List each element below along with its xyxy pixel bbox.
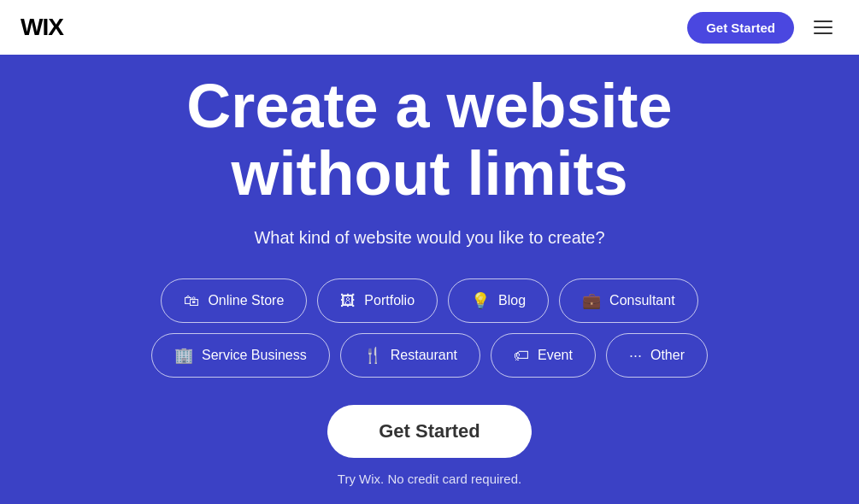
online-store-label: Online Store [208,293,284,308]
category-btn-blog[interactable]: 💡Blog [448,278,549,323]
online-store-icon: 🛍 [184,292,199,310]
portfolio-label: Portfolio [364,293,415,308]
hamburger-menu-icon[interactable] [808,12,838,43]
category-row-2: 🏢Service Business🍴Restaurant🏷Event···Oth… [151,333,708,378]
wix-logo: WIX [21,14,63,41]
no-credit-card-text: Try Wix. No credit card required. [338,472,521,486]
event-label: Event [538,348,573,363]
event-icon: 🏷 [514,347,529,365]
category-btn-consultant[interactable]: 💼Consultant [559,278,698,323]
category-btn-restaurant[interactable]: 🍴Restaurant [340,333,480,378]
category-grid: 🛍Online Store🖼Portfolio💡Blog💼Consultant … [151,278,708,378]
other-icon: ··· [629,347,642,365]
category-row-1: 🛍Online Store🖼Portfolio💡Blog💼Consultant [161,278,697,323]
restaurant-label: Restaurant [391,348,457,363]
consultant-label: Consultant [609,293,675,308]
hero-title-line1: Create a website [186,72,672,140]
category-btn-online-store[interactable]: 🛍Online Store [161,278,307,323]
restaurant-icon: 🍴 [363,346,382,365]
blog-icon: 💡 [471,291,490,310]
portfolio-icon: 🖼 [340,292,356,310]
header: WIX Get Started [0,0,859,55]
menu-line-2 [814,26,833,28]
service-business-icon: 🏢 [174,346,193,365]
hero-title-line2: without limits [232,139,628,208]
category-btn-service-business[interactable]: 🏢Service Business [151,333,330,378]
hero-title: Create a website without limits [186,73,672,208]
hero-section: Created with Wix Create a website withou… [0,55,859,504]
main-get-started-button[interactable]: Get Started [327,405,532,458]
menu-line-3 [814,32,833,34]
header-get-started-button[interactable]: Get Started [687,12,794,44]
service-business-label: Service Business [202,348,307,363]
header-actions: Get Started [687,12,838,44]
category-btn-portfolio[interactable]: 🖼Portfolio [317,278,438,323]
blog-label: Blog [498,293,526,308]
category-btn-event[interactable]: 🏷Event [491,333,596,378]
hero-subtitle: What kind of website would you like to c… [254,228,604,248]
menu-line-1 [814,21,833,22]
consultant-icon: 💼 [582,291,601,310]
category-btn-other[interactable]: ···Other [606,333,708,378]
other-label: Other [650,348,685,363]
